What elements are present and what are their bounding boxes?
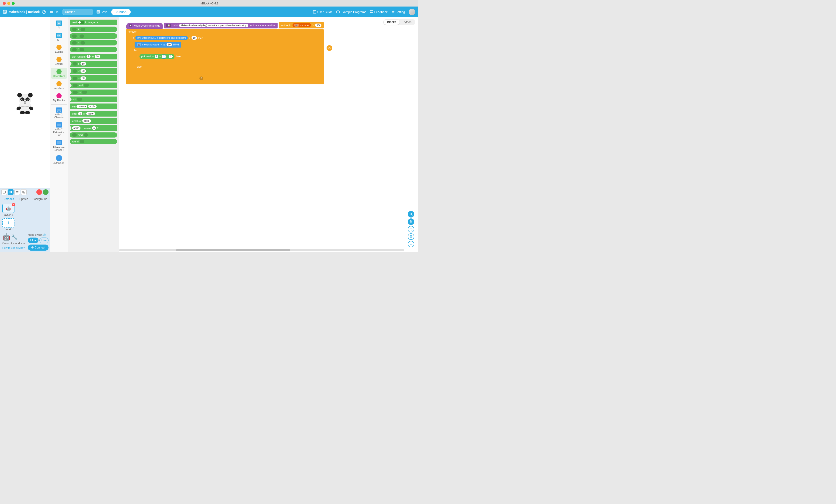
if-close-2 bbox=[135, 73, 183, 76]
folder-icon bbox=[50, 10, 53, 14]
zoom-in-button[interactable] bbox=[408, 211, 414, 217]
block-plus[interactable]: + bbox=[70, 26, 117, 32]
extension-icon: + bbox=[56, 155, 62, 161]
block-multiply[interactable]: × bbox=[70, 40, 117, 45]
sprites-tab[interactable]: Sprites bbox=[16, 196, 31, 202]
scrollbar-thumb[interactable] bbox=[176, 249, 290, 251]
pr-eq-value[interactable]: 1 bbox=[169, 55, 173, 58]
block-and[interactable]: and bbox=[70, 82, 117, 88]
if-header-2[interactable]: if pick random 1 to 2 bbox=[135, 53, 183, 60]
print-block[interactable]: 📋 print Make a loud sound (clap) to star… bbox=[164, 23, 278, 28]
category-my-blocks[interactable]: My Blocks bbox=[51, 92, 67, 103]
fullscreen-button[interactable]: = bbox=[408, 241, 414, 247]
category-mbot2-chassis[interactable]: mBot2 Chassis bbox=[51, 106, 67, 120]
block-equal[interactable]: = 50 bbox=[70, 75, 117, 81]
if-header-1[interactable]: if 📡 ultrasonic 2 1 ▼ distance to an obj… bbox=[130, 35, 206, 41]
block-or[interactable]: or bbox=[70, 90, 117, 95]
category-variables[interactable]: Variables bbox=[51, 80, 67, 91]
block-minus[interactable]: - bbox=[70, 33, 117, 39]
category-mbot2-ext[interactable]: mBot2 Extension Port bbox=[51, 121, 67, 138]
horizontal-scrollbar[interactable] bbox=[119, 249, 404, 251]
zoom-out-icon bbox=[410, 220, 413, 223]
save-icon bbox=[97, 10, 100, 14]
block-greater[interactable]: > 50 bbox=[70, 61, 117, 67]
mode-switch-info-icon[interactable]: ⓘ bbox=[43, 233, 46, 236]
stop-button[interactable] bbox=[36, 189, 42, 195]
remove-device-button[interactable]: ✕ bbox=[12, 203, 15, 206]
how-to-link[interactable]: How to use device? bbox=[2, 247, 25, 249]
rpm-value[interactable]: 50 bbox=[167, 43, 172, 46]
forever-header[interactable]: forever bbox=[126, 29, 324, 34]
pr-from-value[interactable]: 1 bbox=[155, 55, 158, 58]
block-join[interactable]: join banana apple bbox=[70, 103, 117, 109]
upload-mode-button[interactable]: Upload bbox=[28, 237, 38, 243]
loudness-value[interactable]: 75 bbox=[315, 23, 321, 27]
block-divide[interactable]: / bbox=[70, 47, 117, 52]
category-ai[interactable]: AI AI bbox=[51, 19, 67, 30]
example-programs-link[interactable]: Example Programs bbox=[336, 10, 366, 14]
devices-column: 🤖 ✕ CyberPi + Add 🤖 bbox=[1, 204, 27, 251]
not-label: not bbox=[73, 98, 76, 101]
save-label: Save bbox=[101, 10, 108, 14]
block-pick-random[interactable]: pick random 1 to 10 bbox=[70, 54, 117, 59]
reset-zoom-button[interactable] bbox=[408, 226, 414, 232]
project-title-input[interactable] bbox=[62, 9, 93, 15]
publish-button[interactable]: Publish bbox=[111, 9, 131, 15]
block-contains[interactable]: apple contains a ? bbox=[70, 125, 117, 131]
details-view-button[interactable] bbox=[21, 189, 26, 195]
block-not[interactable]: not bbox=[70, 97, 117, 102]
close-button[interactable] bbox=[3, 2, 6, 5]
grid-view-button[interactable] bbox=[8, 189, 14, 195]
stage-view-button[interactable] bbox=[1, 189, 7, 195]
moves-forward-block[interactable]: 🚗 moves forward ▼ at 50 RPM bbox=[135, 42, 181, 47]
svg-line-55 bbox=[412, 215, 413, 216]
category-extension[interactable]: + extension bbox=[51, 154, 67, 166]
category-variables-label: Variables bbox=[54, 87, 64, 90]
user-guide-link[interactable]: User Guide bbox=[313, 10, 332, 14]
feedback-link[interactable]: Feedback bbox=[370, 10, 387, 14]
save-button[interactable]: Save bbox=[95, 9, 110, 15]
maximize-button[interactable] bbox=[12, 2, 15, 5]
letter-label: letter bbox=[72, 112, 77, 115]
go-button[interactable] bbox=[43, 189, 49, 195]
hat-block[interactable]: ▶ when CyberPi starts up bbox=[126, 23, 163, 29]
add-device-item[interactable]: + Add bbox=[1, 218, 15, 231]
block-read-in[interactable]: read in integer ▼ bbox=[70, 20, 117, 25]
svg-rect-32 bbox=[3, 191, 5, 193]
category-events[interactable]: Events bbox=[51, 43, 67, 55]
minimize-button[interactable] bbox=[7, 2, 10, 5]
refresh-icon[interactable] bbox=[42, 10, 46, 14]
pr-to-value[interactable]: 2 bbox=[162, 55, 166, 59]
wait-until-block[interactable]: wait until 🔊 loudness > 75 bbox=[279, 22, 324, 28]
reset-view-button[interactable] bbox=[408, 233, 414, 240]
cyberpi-device-item[interactable]: 🤖 ✕ CyberPi bbox=[1, 204, 15, 216]
category-my-blocks-label: My Blocks bbox=[53, 99, 64, 102]
list-view-icon bbox=[16, 191, 19, 193]
svg-rect-13 bbox=[370, 11, 373, 13]
block-length-of[interactable]: length of apple bbox=[70, 118, 117, 124]
category-ultrasonic[interactable]: Ultrasonic Sensor 2 bbox=[51, 139, 67, 153]
category-control[interactable]: Control bbox=[51, 56, 67, 67]
devices-tab[interactable]: Devices bbox=[1, 196, 16, 202]
category-operators[interactable]: Operators bbox=[51, 67, 67, 79]
ai-category-icon: AI bbox=[56, 21, 62, 25]
connect-button[interactable]: Connect bbox=[28, 245, 49, 251]
print-message-value[interactable]: Make a loud sound (clap) to start and pr… bbox=[179, 24, 248, 27]
file-menu[interactable]: File bbox=[48, 9, 61, 15]
list-view-button[interactable] bbox=[15, 189, 20, 195]
block-round[interactable]: round bbox=[70, 139, 117, 144]
setting-link[interactable]: Setting bbox=[392, 10, 405, 14]
user-avatar[interactable] bbox=[408, 8, 415, 15]
block-letter-of[interactable]: letter 1 of apple bbox=[70, 111, 117, 117]
code-view-toggle[interactable]: </> bbox=[326, 45, 332, 51]
else-label-1: else bbox=[130, 48, 206, 52]
block-mod[interactable]: mod bbox=[70, 132, 117, 138]
svg-marker-12 bbox=[337, 11, 339, 13]
live-mode-button[interactable]: Live bbox=[39, 237, 49, 243]
zoom-out-button[interactable] bbox=[408, 218, 414, 225]
distance-value[interactable]: 10 bbox=[191, 36, 197, 40]
category-iot[interactable]: IoT IoT bbox=[51, 31, 67, 42]
block-less[interactable]: < 50 bbox=[70, 68, 117, 74]
background-tab[interactable]: Background bbox=[31, 196, 49, 202]
add-device-button[interactable]: + bbox=[2, 218, 15, 228]
